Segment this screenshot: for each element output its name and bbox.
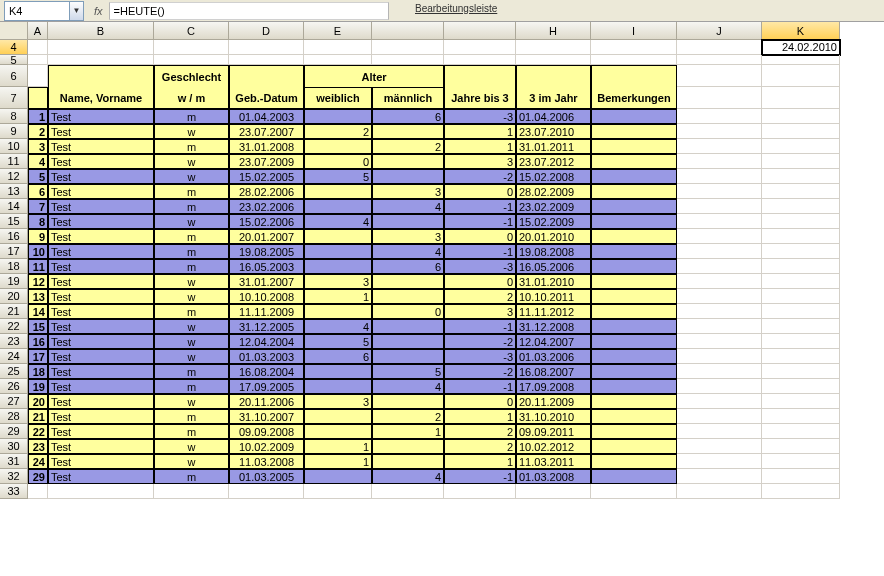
row-header-33[interactable]: 33: [0, 484, 28, 499]
cell-w-30[interactable]: 1: [304, 439, 372, 454]
row-header-6[interactable]: 6: [0, 65, 28, 87]
cell-g-23[interactable]: w: [154, 334, 229, 349]
cell-name-15[interactable]: Test: [48, 214, 154, 229]
cell-jb-9[interactable]: 1: [444, 124, 516, 139]
cell-w-14[interactable]: [304, 199, 372, 214]
cell-J-28[interactable]: [677, 409, 762, 424]
cell-bem-17[interactable]: [591, 244, 677, 259]
cell-g-20[interactable]: w: [154, 289, 229, 304]
cell-jahr-28[interactable]: 31.10.2010: [516, 409, 591, 424]
cell-bem-11[interactable]: [591, 154, 677, 169]
cell-bem-27[interactable]: [591, 394, 677, 409]
cell-jahr-20[interactable]: 10.10.2011: [516, 289, 591, 304]
cell-jahr-9[interactable]: 23.07.2010: [516, 124, 591, 139]
cell-K-31[interactable]: [762, 454, 840, 469]
row-header-10[interactable]: 10: [0, 139, 28, 154]
cell-g-25[interactable]: m: [154, 364, 229, 379]
cell-bem-14[interactable]: [591, 199, 677, 214]
cell-geb-25[interactable]: 16.08.2004: [229, 364, 304, 379]
cell-name-18[interactable]: Test: [48, 259, 154, 274]
cell-g-22[interactable]: w: [154, 319, 229, 334]
cell-jahr-11[interactable]: 23.07.2012: [516, 154, 591, 169]
cell-w-26[interactable]: [304, 379, 372, 394]
cell-J-23[interactable]: [677, 334, 762, 349]
cell-K-23[interactable]: [762, 334, 840, 349]
cell-r33-c1[interactable]: [48, 484, 154, 499]
cell-g-28[interactable]: m: [154, 409, 229, 424]
col-header-C[interactable]: C: [154, 22, 229, 40]
cell-name-31[interactable]: Test: [48, 454, 154, 469]
cell-jb-15[interactable]: -1: [444, 214, 516, 229]
cell-J-30[interactable]: [677, 439, 762, 454]
col-header-E[interactable]: E: [304, 22, 372, 40]
cell-g-8[interactable]: m: [154, 109, 229, 124]
cell-name-16[interactable]: Test: [48, 229, 154, 244]
cell-jahr-23[interactable]: 12.04.2007: [516, 334, 591, 349]
cell-r4-c4[interactable]: [304, 40, 372, 55]
cell-geb-21[interactable]: 11.11.2009: [229, 304, 304, 319]
cell-J-17[interactable]: [677, 244, 762, 259]
col-header-J[interactable]: J: [677, 22, 762, 40]
cell-name-23[interactable]: Test: [48, 334, 154, 349]
cell-r33-c6[interactable]: [444, 484, 516, 499]
cell-K-30[interactable]: [762, 439, 840, 454]
cell-jahr-15[interactable]: 15.02.2009: [516, 214, 591, 229]
cell-jb-28[interactable]: 1: [444, 409, 516, 424]
cell-r7-J[interactable]: [677, 87, 762, 109]
cell-g-29[interactable]: m: [154, 424, 229, 439]
row-header-15[interactable]: 15: [0, 214, 28, 229]
cell-jb-14[interactable]: -1: [444, 199, 516, 214]
cell-w-31[interactable]: 1: [304, 454, 372, 469]
cell-jahr-25[interactable]: 16.08.2007: [516, 364, 591, 379]
cell-K4[interactable]: 24.02.2010: [762, 40, 840, 55]
col-header-x6[interactable]: [444, 22, 516, 40]
cell-r5-c3[interactable]: [229, 55, 304, 65]
cell-m-9[interactable]: [372, 124, 444, 139]
row-header-28[interactable]: 28: [0, 409, 28, 424]
cell-g-26[interactable]: m: [154, 379, 229, 394]
cell-name-12[interactable]: Test: [48, 169, 154, 184]
cell-jahr-14[interactable]: 23.02.2009: [516, 199, 591, 214]
col-header-D[interactable]: D: [229, 22, 304, 40]
cell-num-19[interactable]: 12: [28, 274, 48, 289]
cell-jb-16[interactable]: 0: [444, 229, 516, 244]
row-header-21[interactable]: 21: [0, 304, 28, 319]
cell-bem-23[interactable]: [591, 334, 677, 349]
row-header-5[interactable]: 5: [0, 55, 28, 65]
cell-jahr-29[interactable]: 09.09.2011: [516, 424, 591, 439]
cell-K-21[interactable]: [762, 304, 840, 319]
cell-g-13[interactable]: m: [154, 184, 229, 199]
cell-m-19[interactable]: [372, 274, 444, 289]
cell-g-10[interactable]: m: [154, 139, 229, 154]
cell-g-17[interactable]: m: [154, 244, 229, 259]
cell-J-18[interactable]: [677, 259, 762, 274]
cell-g-19[interactable]: w: [154, 274, 229, 289]
cell-name-30[interactable]: Test: [48, 439, 154, 454]
cell-r4-c7[interactable]: [516, 40, 591, 55]
cell-J-27[interactable]: [677, 394, 762, 409]
cell-jb-29[interactable]: 2: [444, 424, 516, 439]
cell-num-16[interactable]: 9: [28, 229, 48, 244]
cell-num-31[interactable]: 24: [28, 454, 48, 469]
cell-bem-26[interactable]: [591, 379, 677, 394]
cell-m-8[interactable]: 6: [372, 109, 444, 124]
cell-g-31[interactable]: w: [154, 454, 229, 469]
cell-J-15[interactable]: [677, 214, 762, 229]
row-header-32[interactable]: 32: [0, 469, 28, 484]
cell-J-19[interactable]: [677, 274, 762, 289]
cell-w-12[interactable]: 5: [304, 169, 372, 184]
cell-r4-c8[interactable]: [591, 40, 677, 55]
row-header-11[interactable]: 11: [0, 154, 28, 169]
cell-K-13[interactable]: [762, 184, 840, 199]
cell-jb-27[interactable]: 0: [444, 394, 516, 409]
cell-jahr-10[interactable]: 31.01.2011: [516, 139, 591, 154]
cell-J-32[interactable]: [677, 469, 762, 484]
cell-m-13[interactable]: 3: [372, 184, 444, 199]
row-header-31[interactable]: 31: [0, 454, 28, 469]
cell-m-31[interactable]: [372, 454, 444, 469]
cell-r33-c3[interactable]: [229, 484, 304, 499]
cell-jb-19[interactable]: 0: [444, 274, 516, 289]
cell-g-16[interactable]: m: [154, 229, 229, 244]
row-header-22[interactable]: 22: [0, 319, 28, 334]
cell-num-29[interactable]: 22: [28, 424, 48, 439]
